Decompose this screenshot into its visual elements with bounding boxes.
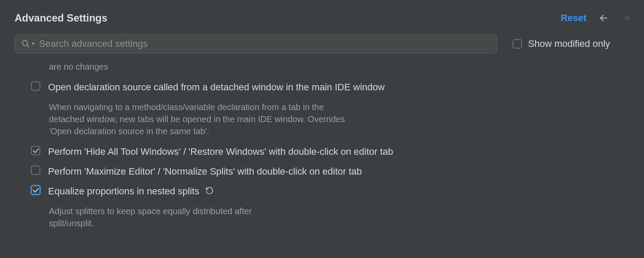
search-input[interactable] <box>39 38 491 49</box>
toolbar: Show modified only <box>15 34 631 53</box>
svg-marker-4 <box>31 43 35 45</box>
option-maximize-editor-dblclick[interactable]: Perform 'Maximize Editor' / 'Normalize S… <box>31 166 631 178</box>
checkbox[interactable] <box>31 146 40 155</box>
revert-icon[interactable] <box>205 187 214 195</box>
option-description: When navigating to a method/class/variab… <box>49 101 358 137</box>
option-equalize-nested-splits[interactable]: Equalize proportions in nested splits <box>31 185 631 197</box>
settings-panel: Advanced Settings Reset Show modified on… <box>0 0 644 229</box>
show-modified-only[interactable]: Show modified only <box>513 38 610 49</box>
truncated-description: are no changes <box>49 62 631 72</box>
checkbox[interactable] <box>31 185 40 195</box>
search-icon <box>21 39 30 49</box>
chevron-down-icon[interactable] <box>31 42 35 46</box>
back-icon[interactable] <box>598 13 609 23</box>
checkbox[interactable] <box>31 166 40 175</box>
option-label: Equalize proportions in nested splits <box>48 185 214 197</box>
option-label: Perform 'Maximize Editor' / 'Normalize S… <box>48 166 362 178</box>
page-title: Advanced Settings <box>15 12 107 24</box>
show-modified-label: Show modified only <box>528 38 610 49</box>
option-description: Adjust splitters to keep space equally d… <box>49 205 281 229</box>
header: Advanced Settings Reset <box>15 12 631 34</box>
options-list: are no changes Open declaration source c… <box>15 62 631 229</box>
checkbox[interactable] <box>31 81 40 91</box>
svg-line-3 <box>27 45 29 47</box>
reset-button[interactable]: Reset <box>561 12 586 24</box>
forward-icon <box>621 13 631 23</box>
show-modified-checkbox[interactable] <box>513 39 522 49</box>
option-hide-all-tool-windows-dblclick[interactable]: Perform 'Hide All Tool Windows' / 'Resto… <box>31 146 631 158</box>
header-actions: Reset <box>561 12 631 24</box>
option-label: Open declaration source called from a de… <box>48 81 385 93</box>
option-label: Perform 'Hide All Tool Windows' / 'Resto… <box>48 146 393 158</box>
option-open-declaration-detached[interactable]: Open declaration source called from a de… <box>31 81 631 93</box>
search-field-wrap[interactable] <box>15 34 497 53</box>
